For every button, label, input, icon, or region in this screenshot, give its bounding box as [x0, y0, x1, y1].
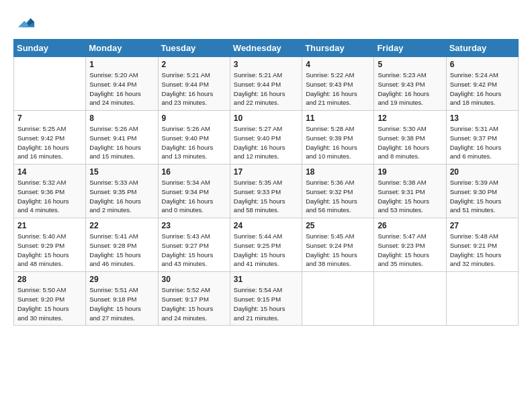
- logo-icon: [17, 12, 36, 31]
- day-info: Sunrise: 5:26 AM Sunset: 9:41 PM Dayligh…: [89, 124, 154, 161]
- day-info: Sunrise: 5:21 AM Sunset: 9:44 PM Dayligh…: [234, 71, 298, 107]
- calendar-cell: 28Sunrise: 5:50 AM Sunset: 9:20 PM Dayli…: [14, 272, 86, 326]
- calendar-cell: 18Sunrise: 5:36 AM Sunset: 9:32 PM Dayli…: [302, 165, 374, 218]
- day-info: Sunrise: 5:54 AM Sunset: 9:15 PM Dayligh…: [234, 285, 298, 322]
- day-info: Sunrise: 5:31 AM Sunset: 9:37 PM Dayligh…: [450, 124, 515, 161]
- calendar-cell: 3Sunrise: 5:21 AM Sunset: 9:44 PM Daylig…: [230, 57, 302, 111]
- day-number: 18: [306, 167, 370, 177]
- page: SundayMondayTuesdayWednesdayThursdayFrid…: [0, 0, 532, 411]
- day-number: 10: [234, 113, 298, 123]
- day-info: Sunrise: 5:45 AM Sunset: 9:24 PM Dayligh…: [306, 232, 370, 269]
- day-number: 11: [306, 113, 370, 123]
- day-info: Sunrise: 5:44 AM Sunset: 9:25 PM Dayligh…: [234, 232, 298, 269]
- calendar-cell: 23Sunrise: 5:43 AM Sunset: 9:27 PM Dayli…: [158, 218, 230, 272]
- day-info: Sunrise: 5:33 AM Sunset: 9:35 PM Dayligh…: [89, 178, 154, 215]
- day-info: Sunrise: 5:36 AM Sunset: 9:32 PM Dayligh…: [306, 178, 370, 215]
- weekday-header-sunday: Sunday: [14, 40, 86, 57]
- calendar-cell: 14Sunrise: 5:32 AM Sunset: 9:36 PM Dayli…: [14, 165, 86, 218]
- day-info: Sunrise: 5:38 AM Sunset: 9:31 PM Dayligh…: [378, 178, 442, 215]
- calendar-cell: 26Sunrise: 5:47 AM Sunset: 9:23 PM Dayli…: [374, 218, 446, 272]
- day-number: 19: [378, 167, 442, 177]
- day-info: Sunrise: 5:22 AM Sunset: 9:43 PM Dayligh…: [306, 71, 370, 107]
- day-info: Sunrise: 5:25 AM Sunset: 9:42 PM Dayligh…: [17, 124, 82, 161]
- day-number: 26: [378, 221, 442, 230]
- calendar-cell: 16Sunrise: 5:34 AM Sunset: 9:34 PM Dayli…: [158, 165, 230, 218]
- calendar-cell: 4Sunrise: 5:22 AM Sunset: 9:43 PM Daylig…: [302, 57, 374, 111]
- weekday-header-row: SundayMondayTuesdayWednesdayThursdayFrid…: [14, 40, 519, 57]
- calendar-cell: 19Sunrise: 5:38 AM Sunset: 9:31 PM Dayli…: [374, 165, 446, 218]
- day-number: 4: [306, 60, 370, 69]
- day-number: 28: [17, 275, 82, 284]
- day-number: 8: [89, 113, 154, 123]
- week-row-3: 14Sunrise: 5:32 AM Sunset: 9:36 PM Dayli…: [14, 165, 519, 218]
- calendar-cell: [446, 272, 518, 326]
- day-number: 24: [234, 221, 298, 230]
- calendar-cell: 11Sunrise: 5:28 AM Sunset: 9:39 PM Dayli…: [302, 111, 374, 165]
- day-info: Sunrise: 5:34 AM Sunset: 9:34 PM Dayligh…: [162, 178, 226, 215]
- day-number: 31: [234, 275, 298, 284]
- day-number: 2: [162, 60, 226, 69]
- day-number: 14: [17, 167, 82, 177]
- calendar-cell: 10Sunrise: 5:27 AM Sunset: 9:40 PM Dayli…: [230, 111, 302, 165]
- day-number: 23: [162, 221, 226, 230]
- week-row-2: 7Sunrise: 5:25 AM Sunset: 9:42 PM Daylig…: [14, 111, 519, 165]
- day-info: Sunrise: 5:43 AM Sunset: 9:27 PM Dayligh…: [162, 232, 226, 269]
- day-number: 20: [450, 167, 515, 177]
- day-number: 17: [234, 167, 298, 177]
- week-row-5: 28Sunrise: 5:50 AM Sunset: 9:20 PM Dayli…: [14, 272, 519, 326]
- calendar-cell: [302, 272, 374, 326]
- weekday-header-monday: Monday: [86, 40, 158, 57]
- day-number: 3: [234, 60, 298, 69]
- day-info: Sunrise: 5:50 AM Sunset: 9:20 PM Dayligh…: [17, 285, 82, 322]
- header: [13, 12, 519, 31]
- calendar-cell: 7Sunrise: 5:25 AM Sunset: 9:42 PM Daylig…: [14, 111, 86, 165]
- weekday-header-saturday: Saturday: [446, 40, 518, 57]
- day-number: 1: [89, 60, 154, 69]
- day-number: 13: [450, 113, 515, 123]
- day-number: 9: [162, 113, 226, 123]
- week-row-4: 21Sunrise: 5:40 AM Sunset: 9:29 PM Dayli…: [14, 218, 519, 272]
- calendar-cell: 31Sunrise: 5:54 AM Sunset: 9:15 PM Dayli…: [230, 272, 302, 326]
- day-number: 25: [306, 221, 370, 230]
- calendar-cell: 9Sunrise: 5:26 AM Sunset: 9:40 PM Daylig…: [158, 111, 230, 165]
- calendar-cell: 5Sunrise: 5:23 AM Sunset: 9:43 PM Daylig…: [374, 57, 446, 111]
- calendar-cell: 25Sunrise: 5:45 AM Sunset: 9:24 PM Dayli…: [302, 218, 374, 272]
- day-info: Sunrise: 5:26 AM Sunset: 9:40 PM Dayligh…: [162, 124, 226, 161]
- calendar-cell: [374, 272, 446, 326]
- weekday-header-friday: Friday: [374, 40, 446, 57]
- day-number: 15: [89, 167, 154, 177]
- day-info: Sunrise: 5:21 AM Sunset: 9:44 PM Dayligh…: [162, 71, 226, 107]
- day-info: Sunrise: 5:40 AM Sunset: 9:29 PM Dayligh…: [17, 232, 82, 269]
- calendar-cell: 27Sunrise: 5:48 AM Sunset: 9:21 PM Dayli…: [446, 218, 518, 272]
- day-info: Sunrise: 5:23 AM Sunset: 9:43 PM Dayligh…: [378, 71, 442, 107]
- day-number: 21: [17, 221, 82, 230]
- calendar-cell: 12Sunrise: 5:30 AM Sunset: 9:38 PM Dayli…: [374, 111, 446, 165]
- calendar-cell: 6Sunrise: 5:24 AM Sunset: 9:42 PM Daylig…: [446, 57, 518, 111]
- logo: [13, 12, 36, 31]
- day-info: Sunrise: 5:48 AM Sunset: 9:21 PM Dayligh…: [450, 232, 515, 269]
- calendar-cell: 22Sunrise: 5:41 AM Sunset: 9:28 PM Dayli…: [86, 218, 158, 272]
- calendar-cell: 21Sunrise: 5:40 AM Sunset: 9:29 PM Dayli…: [14, 218, 86, 272]
- calendar-cell: 15Sunrise: 5:33 AM Sunset: 9:35 PM Dayli…: [86, 165, 158, 218]
- day-number: 16: [162, 167, 226, 177]
- calendar-cell: 29Sunrise: 5:51 AM Sunset: 9:18 PM Dayli…: [86, 272, 158, 326]
- calendar-cell: 17Sunrise: 5:35 AM Sunset: 9:33 PM Dayli…: [230, 165, 302, 218]
- day-info: Sunrise: 5:30 AM Sunset: 9:38 PM Dayligh…: [378, 124, 442, 161]
- day-number: 30: [162, 275, 226, 284]
- calendar-cell: 24Sunrise: 5:44 AM Sunset: 9:25 PM Dayli…: [230, 218, 302, 272]
- svg-marker-2: [18, 21, 28, 27]
- day-info: Sunrise: 5:24 AM Sunset: 9:42 PM Dayligh…: [450, 71, 515, 107]
- calendar-cell: 20Sunrise: 5:39 AM Sunset: 9:30 PM Dayli…: [446, 165, 518, 218]
- calendar-cell: [14, 57, 86, 111]
- calendar-cell: 1Sunrise: 5:20 AM Sunset: 9:44 PM Daylig…: [86, 57, 158, 111]
- day-info: Sunrise: 5:39 AM Sunset: 9:30 PM Dayligh…: [450, 178, 515, 215]
- weekday-header-tuesday: Tuesday: [158, 40, 230, 57]
- day-info: Sunrise: 5:35 AM Sunset: 9:33 PM Dayligh…: [234, 178, 298, 215]
- day-info: Sunrise: 5:51 AM Sunset: 9:18 PM Dayligh…: [89, 285, 154, 322]
- calendar-cell: 13Sunrise: 5:31 AM Sunset: 9:37 PM Dayli…: [446, 111, 518, 165]
- day-info: Sunrise: 5:28 AM Sunset: 9:39 PM Dayligh…: [306, 124, 370, 161]
- day-info: Sunrise: 5:32 AM Sunset: 9:36 PM Dayligh…: [17, 178, 82, 215]
- calendar-table: SundayMondayTuesdayWednesdayThursdayFrid…: [13, 39, 519, 326]
- day-info: Sunrise: 5:20 AM Sunset: 9:44 PM Dayligh…: [89, 71, 154, 107]
- calendar-cell: 2Sunrise: 5:21 AM Sunset: 9:44 PM Daylig…: [158, 57, 230, 111]
